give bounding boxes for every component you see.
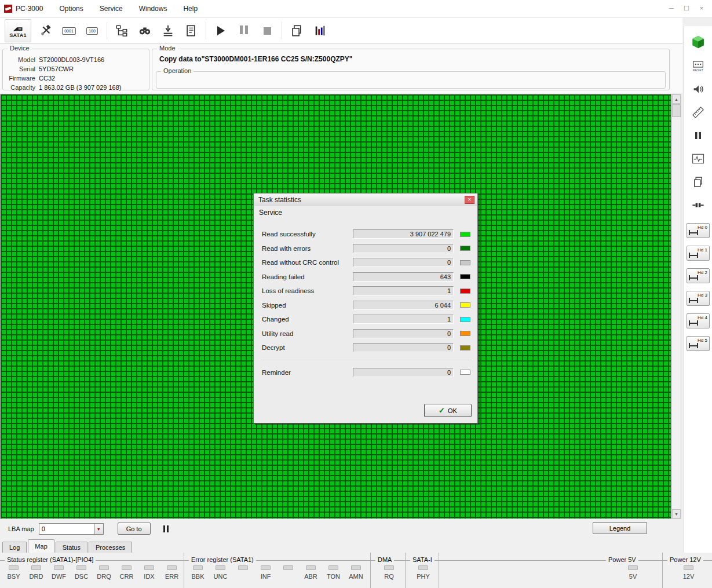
lba-input[interactable] — [39, 523, 94, 535]
ok-button[interactable]: ✓ OK — [424, 404, 472, 417]
structure-tree-button[interactable] — [113, 22, 130, 39]
scrollbar-track[interactable] — [672, 117, 681, 509]
drive-connector-icon — [689, 298, 698, 303]
connector-button[interactable] — [688, 195, 709, 215]
menu-service[interactable]: Service — [100, 5, 123, 13]
led-label: DRD — [30, 573, 43, 580]
close-icon[interactable]: × — [697, 5, 706, 12]
lba-map-label: LBA map — [8, 525, 34, 532]
led-label: BSY — [7, 573, 20, 580]
tab-log[interactable]: Log — [2, 542, 27, 553]
led-indicator — [193, 565, 203, 570]
device-field-value: ST2000DL003-9VT166 — [39, 56, 104, 63]
counter-0001-button[interactable]: 0001 — [60, 22, 78, 39]
report-button[interactable] — [311, 22, 328, 39]
pause-button[interactable] — [235, 22, 253, 39]
menu-help[interactable]: Help — [183, 5, 198, 13]
hd-button-1[interactable]: Hd 1 — [687, 246, 710, 261]
search-button[interactable] — [136, 22, 154, 39]
task-stat-row: Reminder0 — [262, 366, 470, 380]
reset-button[interactable]: RESET — [688, 56, 709, 76]
led-indicator — [31, 565, 41, 570]
status-group: Power 12V12V — [663, 553, 712, 588]
measure-button[interactable] — [688, 103, 709, 122]
goto-button[interactable]: Go to — [118, 523, 151, 535]
titlebar: PC-3000 OptionsServiceWindowsHelp ─ ☐ × — [0, 0, 712, 17]
scroll-up-icon[interactable]: ▲ — [672, 94, 681, 104]
menu-windows[interactable]: Windows — [139, 5, 167, 13]
tab-processes[interactable]: Processes — [89, 542, 132, 553]
info-panels: Device ModelST2000DL003-9VT166Serial5YD5… — [0, 44, 682, 93]
led-indicator — [54, 565, 64, 570]
led-label: ERR — [165, 573, 178, 580]
device-field-value: CC32 — [39, 75, 55, 82]
dialog-title: Task statistics — [258, 196, 301, 204]
task-stat-value: 0 — [353, 244, 454, 253]
copy-pages-icon — [692, 176, 704, 188]
color-swatch — [460, 317, 470, 322]
dialog-titlebar[interactable]: Task statistics × — [254, 193, 477, 206]
task-stat-row: Loss of readiness1 — [262, 284, 470, 298]
minimize-icon[interactable]: ─ — [667, 5, 676, 12]
status-group-title: SATA-I — [410, 556, 434, 563]
color-swatch — [460, 246, 470, 251]
speaker-icon — [692, 83, 704, 96]
status-indicator: 12V — [677, 565, 700, 580]
oscilloscope-button[interactable] — [688, 149, 709, 169]
task-stat-row: Read without CRC control0 — [262, 255, 470, 270]
dialog-close-icon[interactable]: × — [465, 196, 474, 204]
task-list-button[interactable] — [182, 22, 200, 39]
color-swatch — [460, 232, 470, 237]
binoculars-icon — [138, 24, 151, 37]
sound-button[interactable] — [688, 79, 709, 99]
hd-label: Hd 3 — [698, 293, 707, 298]
pause-indicator-icon[interactable] — [163, 525, 169, 532]
stop-button[interactable] — [258, 22, 276, 39]
device-field-label: Capacity — [6, 84, 39, 91]
right-sidebar: RESET Hd 0Hd 1Hd 2Hd 3Hd 4Hd 5 — [684, 26, 712, 553]
maximize-icon[interactable]: ☐ — [682, 5, 691, 12]
copy-side-button[interactable] — [688, 172, 709, 192]
app-title: PC-3000 — [16, 5, 43, 13]
task-stat-value: 6 044 — [353, 301, 454, 310]
map-scrollbar[interactable]: ▲ ▼ — [671, 94, 681, 519]
start-button[interactable] — [212, 22, 229, 39]
tab-status[interactable]: Status — [56, 542, 87, 553]
led-indicator — [418, 565, 428, 570]
green-cube-icon — [691, 35, 706, 50]
task-stat-value: 0 — [353, 258, 454, 267]
led-label: CRR — [120, 573, 134, 580]
led-indicator — [9, 565, 19, 570]
app-logo-icon — [4, 5, 12, 13]
menu-options[interactable]: Options — [59, 5, 83, 13]
status-indicator: CRR — [115, 565, 138, 580]
mode-group-title: Mode — [157, 45, 178, 52]
hd-button-5[interactable]: Hd 5 — [687, 336, 710, 351]
hd-button-0[interactable]: Hd 0 — [687, 223, 710, 238]
dialog-menu-service[interactable]: Service — [259, 209, 282, 217]
counter-100-button[interactable]: 100 — [83, 22, 101, 39]
status-indicator: DRD — [25, 565, 48, 580]
copy-button[interactable] — [288, 22, 305, 39]
hd-button-4[interactable]: Hd 4 — [687, 313, 710, 328]
color-swatch — [460, 288, 470, 294]
status-indicator: IDX — [138, 565, 160, 580]
status-group-title: Status register (SATA1)-[PIO4] — [5, 556, 96, 563]
sata1-port-button[interactable]: SATA1 — [5, 19, 31, 42]
tab-map[interactable]: Map — [28, 539, 54, 553]
scroll-down-icon[interactable]: ▼ — [672, 509, 681, 518]
device-groupbox: Device ModelST2000DL003-9VT166Serial5YD5… — [2, 49, 149, 90]
drive-cube-button[interactable] — [688, 33, 709, 53]
color-swatch — [460, 260, 470, 265]
lba-mode-dropdown-icon[interactable]: ▼ — [94, 523, 104, 535]
status-indicator: DRQ — [93, 565, 115, 580]
led-indicator — [238, 565, 248, 570]
commutation-button[interactable] — [159, 22, 177, 39]
hd-button-2[interactable]: Hd 2 — [687, 268, 710, 283]
scrollbar-thumb[interactable] — [672, 104, 681, 117]
utility-tools-button[interactable] — [37, 22, 54, 39]
legend-button[interactable]: Legend — [593, 522, 647, 534]
status-items: BSYDRDDWFDSCDRQCRRIDXERR — [0, 565, 184, 580]
pause-side-button[interactable] — [688, 126, 709, 145]
hd-button-3[interactable]: Hd 3 — [687, 291, 710, 306]
